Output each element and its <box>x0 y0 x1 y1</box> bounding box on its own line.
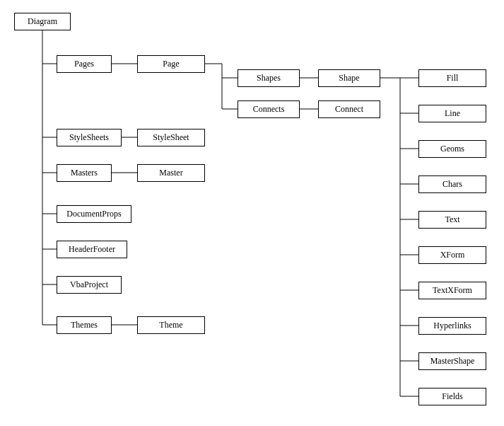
node-stylesheets: StyleSheets <box>57 129 122 146</box>
label: Chars <box>443 179 462 190</box>
label: XForm <box>440 250 465 260</box>
label: Fill <box>447 73 459 84</box>
node-fields: Fields <box>418 388 486 405</box>
label: StyleSheets <box>69 132 109 143</box>
label: Shapes <box>257 73 281 84</box>
node-stylesheet: StyleSheet <box>137 129 205 146</box>
label: Connect <box>335 104 363 115</box>
node-shapes: Shapes <box>238 69 300 87</box>
node-theme: Theme <box>137 316 205 334</box>
label: StyleSheet <box>153 132 189 143</box>
node-documentprops: DocumentProps <box>57 205 131 223</box>
label: Diagram <box>28 16 57 27</box>
node-pages: Pages <box>57 55 112 73</box>
label: MasterShape <box>430 356 475 367</box>
node-xform: XForm <box>418 246 486 264</box>
label: TextXForm <box>433 285 472 296</box>
node-geoms: Geoms <box>418 140 486 158</box>
node-text: Text <box>418 211 486 229</box>
label: Master <box>159 168 182 178</box>
label: HeaderFooter <box>69 244 115 255</box>
label: VbaProject <box>70 280 108 290</box>
node-diagram: Diagram <box>14 13 71 30</box>
node-themes: Themes <box>57 316 112 334</box>
node-masters: Masters <box>57 164 112 182</box>
node-headerfooter: HeaderFooter <box>57 241 127 258</box>
label: Themes <box>71 320 98 330</box>
node-mastershape: MasterShape <box>418 352 486 370</box>
label: Hyperlinks <box>433 321 471 331</box>
node-line: Line <box>418 105 486 122</box>
label: Geoms <box>440 144 464 154</box>
label: Connects <box>253 104 285 115</box>
node-textxform: TextXForm <box>418 282 486 299</box>
node-hyperlinks: Hyperlinks <box>418 317 486 335</box>
label: Text <box>445 214 459 225</box>
label: Page <box>163 59 179 69</box>
node-chars: Chars <box>418 175 486 193</box>
label: Theme <box>159 320 182 330</box>
node-master: Master <box>137 164 205 182</box>
node-connects: Connects <box>238 100 300 118</box>
label: Fields <box>442 391 462 402</box>
label: Pages <box>74 59 94 69</box>
node-shape: Shape <box>318 69 380 87</box>
node-vbaproject: VbaProject <box>57 276 122 294</box>
label: DocumentProps <box>66 209 121 219</box>
node-fill: Fill <box>418 69 486 87</box>
node-page: Page <box>137 55 205 73</box>
label: Masters <box>71 168 98 178</box>
label: Shape <box>339 73 359 84</box>
label: Line <box>445 108 460 119</box>
node-connect: Connect <box>318 100 380 118</box>
